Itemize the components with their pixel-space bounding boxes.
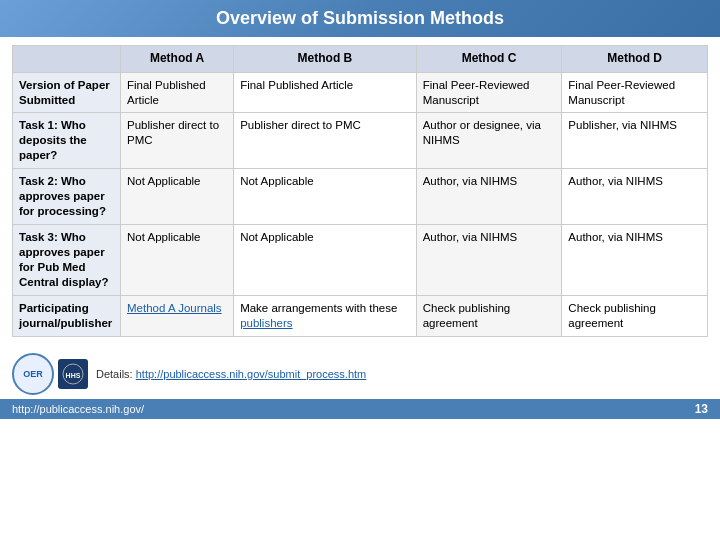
- cell-b1: Final Published Article: [234, 72, 417, 113]
- row-header-task2: Task 2: Who approves paper for processin…: [13, 169, 121, 225]
- cell-b4: Not Applicable: [234, 225, 417, 296]
- cell-a4: Not Applicable: [121, 225, 234, 296]
- col-header-b: Method B: [234, 46, 417, 73]
- cell-d3: Author, via NIHMS: [562, 169, 708, 225]
- cell-c2: Author or designee, via NIHMS: [416, 113, 562, 169]
- cell-b2: Publisher direct to PMC: [234, 113, 417, 169]
- cell-c1: Final Peer-Reviewed Manuscript: [416, 72, 562, 113]
- oer-logo-icon: OER: [12, 353, 54, 395]
- main-content: Method A Method B Method C Method D Vers…: [0, 37, 720, 345]
- cell-a5: Method A Journals: [121, 295, 234, 336]
- row-header-task1: Task 1: Who deposits the paper?: [13, 113, 121, 169]
- footer-logos: OER HHS: [12, 353, 88, 395]
- cell-a3: Not Applicable: [121, 169, 234, 225]
- page-number: 13: [695, 402, 708, 416]
- col-header-a: Method A: [121, 46, 234, 73]
- row-header-version: Version of Paper Submitted: [13, 72, 121, 113]
- cell-d5: Check publishing agreement: [562, 295, 708, 336]
- cell-d1: Final Peer-Reviewed Manuscript: [562, 72, 708, 113]
- footer-details: Details: http://publicaccess.nih.gov/sub…: [96, 368, 366, 380]
- hhs-logo-icon: HHS: [58, 359, 88, 389]
- cell-b5: Make arrangements with these publishers: [234, 295, 417, 336]
- table-row: Task 2: Who approves paper for processin…: [13, 169, 708, 225]
- cell-a2: Publisher direct to PMC: [121, 113, 234, 169]
- cell-c3: Author, via NIHMS: [416, 169, 562, 225]
- svg-text:HHS: HHS: [66, 372, 81, 379]
- cell-a1: Final Published Article: [121, 72, 234, 113]
- cell-c4: Author, via NIHMS: [416, 225, 562, 296]
- details-label: Details:: [96, 368, 133, 380]
- table-row: Version of Paper Submitted Final Publish…: [13, 72, 708, 113]
- bottom-url-label: http://publicaccess.nih.gov/: [12, 403, 144, 415]
- submission-methods-table: Method A Method B Method C Method D Vers…: [12, 45, 708, 337]
- bottom-bar: http://publicaccess.nih.gov/ 13: [0, 399, 720, 419]
- method-a-journals-link[interactable]: Method A Journals: [127, 302, 222, 314]
- row-header-task3: Task 3: Who approves paper for Pub Med C…: [13, 225, 121, 296]
- hhs-eagle-icon: HHS: [62, 363, 84, 385]
- cell-c5: Check publishing agreement: [416, 295, 562, 336]
- col-header-c: Method C: [416, 46, 562, 73]
- table-row: Task 1: Who deposits the paper? Publishe…: [13, 113, 708, 169]
- col-header-d: Method D: [562, 46, 708, 73]
- cell-b3: Not Applicable: [234, 169, 417, 225]
- table-row: Participating journal/publisher Method A…: [13, 295, 708, 336]
- page-title: Overview of Submission Methods: [216, 8, 504, 28]
- table-row: Task 3: Who approves paper for Pub Med C…: [13, 225, 708, 296]
- header: Overview of Submission Methods: [0, 0, 720, 37]
- publishers-link[interactable]: publishers: [240, 317, 292, 329]
- col-header-empty: [13, 46, 121, 73]
- row-header-participating: Participating journal/publisher: [13, 295, 121, 336]
- details-url-link[interactable]: http://publicaccess.nih.gov/submit_proce…: [136, 368, 367, 380]
- footer: OER HHS Details: http://publicaccess.nih…: [0, 349, 720, 399]
- cell-d4: Author, via NIHMS: [562, 225, 708, 296]
- cell-d2: Publisher, via NIHMS: [562, 113, 708, 169]
